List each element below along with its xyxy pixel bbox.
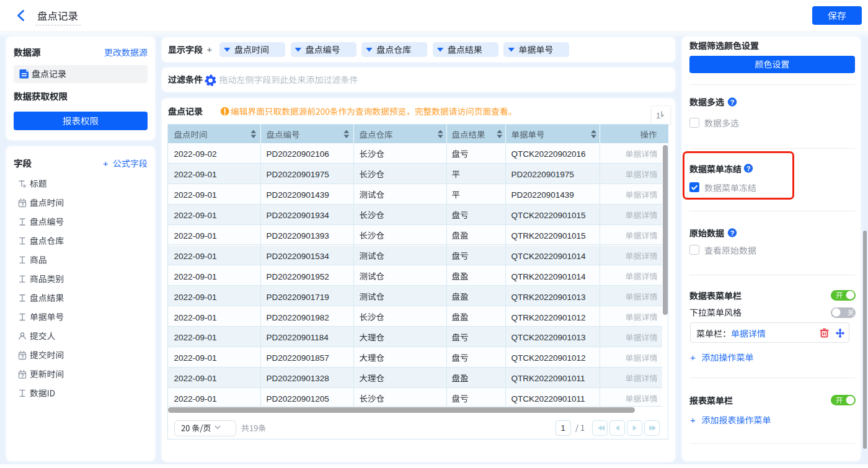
svg-text:QTRK20220901015: QTRK20220901015 — [512, 231, 586, 241]
svg-text:1: 1 — [656, 111, 660, 120]
svg-text:QTRK20220901011: QTRK20220901011 — [512, 374, 585, 383]
svg-text:2022-09-01: 2022-09-01 — [174, 190, 217, 200]
svg-text:2022-09-01: 2022-09-01 — [174, 333, 217, 342]
svg-text:PD20220901328: PD20220901328 — [267, 374, 329, 383]
svg-text:QTRK20220901013: QTRK20220901013 — [512, 293, 586, 302]
svg-text:PD20220901975: PD20220901975 — [267, 170, 329, 179]
svg-text:QTRK20220901012: QTRK20220901012 — [512, 313, 586, 322]
svg-text:?: ? — [730, 99, 735, 106]
svg-text:2022-09-01: 2022-09-01 — [174, 394, 217, 404]
svg-text:PD20220901184: PD20220901184 — [267, 333, 329, 342]
svg-text:2022-09-01: 2022-09-01 — [174, 272, 217, 281]
svg-text:2022-09-01: 2022-09-01 — [174, 353, 217, 363]
svg-text:QTCK20220901014: QTCK20220901014 — [512, 252, 587, 261]
svg-text:QTCK20220901011: QTCK20220901011 — [512, 394, 585, 404]
svg-text:?: ? — [730, 229, 735, 237]
svg-text:PD20220901982: PD20220901982 — [267, 313, 329, 322]
svg-text:2022-09-01: 2022-09-01 — [174, 170, 217, 179]
svg-text:2022-09-01: 2022-09-01 — [174, 313, 217, 322]
svg-text:PD20220901975: PD20220901975 — [512, 170, 574, 179]
svg-text:2022-09-01: 2022-09-01 — [174, 293, 217, 302]
svg-text:PD20220901952: PD20220901952 — [267, 272, 329, 281]
svg-text:QTCK20220901015: QTCK20220901015 — [512, 211, 586, 220]
svg-text:2022-09-01: 2022-09-01 — [174, 211, 217, 220]
svg-text:?: ? — [746, 165, 751, 172]
svg-text:2022-09-01: 2022-09-01 — [174, 231, 217, 241]
svg-text:PD20220901534: PD20220901534 — [267, 252, 330, 261]
svg-text:2022-09-01: 2022-09-01 — [174, 252, 217, 261]
svg-text:PD20220901934: PD20220901934 — [267, 211, 330, 220]
svg-text:QTRK20220901014: QTRK20220901014 — [512, 272, 587, 281]
svg-text:PD20220902106: PD20220902106 — [267, 149, 329, 159]
svg-text:PD20220901439: PD20220901439 — [512, 190, 574, 200]
svg-text:PD20220901393: PD20220901393 — [267, 231, 329, 241]
svg-text:2022-09-02: 2022-09-02 — [174, 149, 217, 159]
svg-text:+: + — [206, 45, 211, 55]
svg-text:+: + — [690, 352, 696, 363]
svg-text:+: + — [103, 159, 108, 169]
svg-text:+: + — [690, 415, 696, 425]
svg-text:QTCK20220902016: QTCK20220902016 — [512, 149, 586, 159]
svg-text:QTCK20220901012: QTCK20220901012 — [512, 353, 586, 363]
svg-text:PD20220901857: PD20220901857 — [267, 353, 329, 363]
svg-text:1: 1 — [560, 423, 565, 433]
svg-text:2022-09-01: 2022-09-01 — [174, 374, 217, 383]
svg-text:PD20220901205: PD20220901205 — [267, 394, 329, 404]
svg-text:PD20220901719: PD20220901719 — [267, 293, 329, 302]
svg-text:PD20220901439: PD20220901439 — [267, 190, 329, 200]
svg-text:QTCK20220901013: QTCK20220901013 — [512, 333, 586, 342]
